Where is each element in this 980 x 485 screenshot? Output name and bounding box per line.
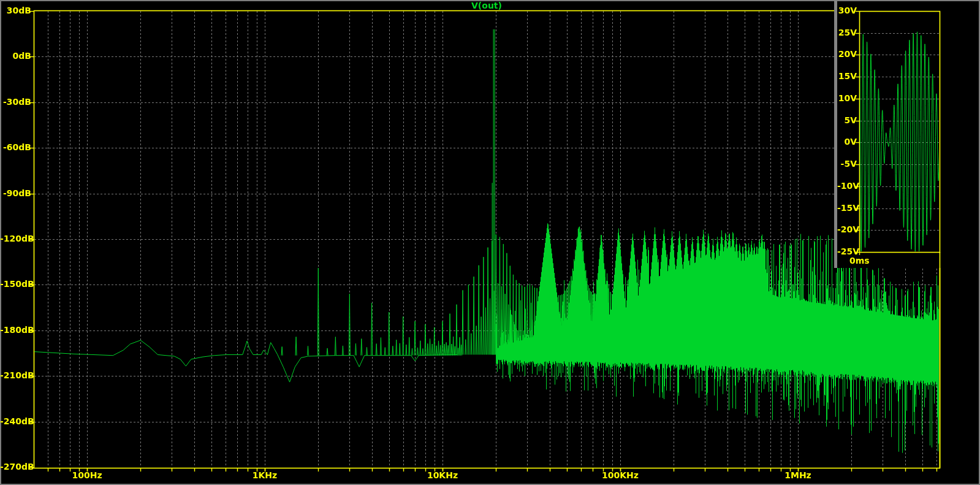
plot-title: V(out) <box>450 1 523 10</box>
inset-window-frame <box>834 0 837 268</box>
fft-plot-canvas[interactable] <box>0 0 980 485</box>
waveform-viewer-window: V(out) 30dB0dB-30dB-60dB-90dB-120dB-150d… <box>0 0 980 485</box>
